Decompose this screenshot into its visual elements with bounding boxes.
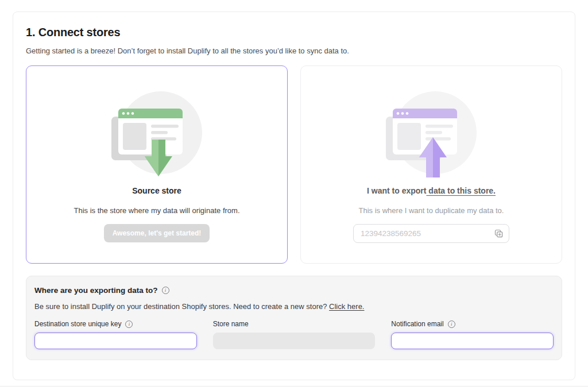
export-destination-panel: Where are you exporting data to? i Be su…	[26, 276, 562, 360]
destination-key-input[interactable]	[34, 333, 197, 349]
notification-email-label: Notification email	[391, 320, 443, 328]
info-icon[interactable]: i	[162, 287, 169, 294]
field-destination-key: Destination store unique key i	[34, 320, 197, 349]
destination-title-prefix: I want to export	[367, 186, 426, 195]
page-subtitle: Getting started is a breeze! Don’t forge…	[26, 47, 562, 55]
destination-key-label: Destination store unique key	[34, 320, 121, 328]
field-notification-email: Notification email i	[391, 320, 554, 349]
store-key-input-wrap	[353, 224, 509, 243]
destination-card-description: This is where I want to duplicate my dat…	[359, 206, 504, 215]
panel-heading: Where are you exporting data to?	[34, 286, 158, 295]
page-title: 1. Connect stores	[26, 26, 562, 39]
info-icon[interactable]: i	[125, 321, 133, 328]
connect-stores-section: 1. Connect stores Getting started is a b…	[13, 11, 575, 380]
store-name-label: Store name	[213, 320, 249, 328]
source-card-description: This is the store where my data will ori…	[74, 206, 240, 215]
get-started-button[interactable]: Awesome, let's get started!	[104, 224, 210, 242]
copy-icon[interactable]	[494, 229, 503, 238]
download-store-illustration	[96, 88, 217, 183]
store-key-input[interactable]	[361, 229, 494, 238]
upload-store-illustration	[371, 88, 492, 183]
destination-title-link[interactable]: data to this store.	[426, 186, 496, 195]
helper-text: Be sure to install Duplify on your desti…	[34, 302, 329, 311]
notification-email-input[interactable]	[391, 333, 554, 349]
source-store-card[interactable]: Source store This is the store where my …	[26, 65, 288, 264]
destination-store-card[interactable]: I want to export data to this store. Thi…	[300, 65, 562, 264]
store-cards-row: Source store This is the store where my …	[26, 65, 562, 264]
destination-card-title: I want to export data to this store.	[367, 186, 496, 195]
create-store-link[interactable]: Click here.	[329, 302, 364, 311]
store-name-input	[213, 333, 376, 349]
field-store-name: Store name	[213, 320, 376, 349]
page-bottom-divider	[0, 386, 588, 387]
info-icon[interactable]: i	[448, 321, 455, 328]
panel-helper-text: Be sure to install Duplify on your desti…	[34, 302, 554, 311]
fields-row: Destination store unique key i Store nam…	[34, 320, 554, 349]
source-card-title: Source store	[132, 186, 181, 195]
